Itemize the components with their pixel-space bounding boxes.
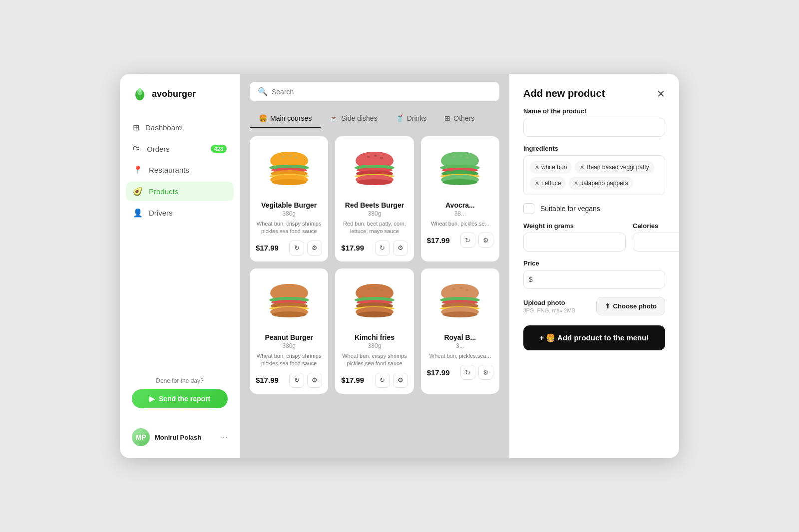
svg-point-39: [289, 287, 292, 289]
product-card: Peanut Burger 380g Wheat bun, crispy shr…: [250, 268, 328, 394]
svg-point-35: [442, 179, 477, 185]
tab-drinks[interactable]: 🥤 Drinks: [387, 109, 436, 128]
main-courses-icon: 🍔: [259, 114, 267, 122]
product-weight: 380g: [282, 342, 296, 349]
product-name: Peanut Burger: [265, 333, 313, 341]
product-actions: ↻ ⚙: [375, 373, 408, 388]
svg-point-62: [465, 289, 468, 291]
search-bar-wrap: 🔍: [240, 74, 509, 109]
ingredient-tag: ✕Lettuce: [530, 177, 566, 190]
svg-point-37: [271, 284, 307, 298]
product-refresh-button[interactable]: ↻: [375, 241, 390, 256]
vegan-row: Suitable for vegans: [523, 203, 665, 214]
svg-point-26: [442, 152, 478, 166]
product-desc: Wheat bun, crispy shrimps pickles,sea fo…: [341, 352, 407, 368]
weight-input[interactable]: [523, 233, 626, 252]
product-refresh-button[interactable]: ↻: [375, 373, 390, 388]
sidebar-item-label: Drivers: [149, 209, 173, 217]
product-desc: Wheat bun, crispy shrimps pickles,sea fo…: [256, 352, 322, 368]
product-card: Avocra... 38... Wheat bun, pickles,se...…: [421, 136, 499, 262]
product-weight: 3...: [456, 342, 464, 349]
sidebar-item-products[interactable]: 🥑 Products: [126, 182, 234, 201]
product-settings-button[interactable]: ⚙: [478, 365, 493, 380]
remove-ingredient-icon[interactable]: ✕: [574, 180, 578, 187]
user-name: Monirul Polash: [155, 434, 215, 441]
panel-header: Add new product ✕: [523, 88, 665, 99]
sidebar-item-drivers[interactable]: 👤 Drivers: [126, 203, 234, 223]
svg-point-24: [357, 179, 392, 185]
price-input[interactable]: [535, 270, 660, 288]
product-desc: Red bun, beet patty, corn, lettuce, mayo…: [341, 220, 407, 236]
ingredients-box[interactable]: ✕white bun✕Bean based veggi patty✕Lettuc…: [523, 155, 665, 195]
vegan-label: Suitable for vegans: [540, 205, 600, 213]
search-bar: 🔍: [250, 82, 499, 101]
product-refresh-button[interactable]: ↻: [289, 241, 304, 256]
product-settings-button[interactable]: ⚙: [307, 241, 322, 256]
send-report-label: Send the report: [159, 395, 210, 403]
product-footer: $17.99 ↻ ⚙: [256, 241, 322, 256]
remove-ingredient-icon[interactable]: ✕: [535, 180, 539, 187]
vegan-checkbox[interactable]: [523, 203, 534, 214]
main-content: 🔍 🍔 Main courses ☕ Side dishes 🥤 Drinks …: [240, 74, 509, 458]
product-price: $17.99: [427, 236, 450, 245]
product-footer: $17.99 ↻ ⚙: [341, 373, 407, 388]
tab-others[interactable]: ⊞ Others: [435, 109, 483, 128]
more-options-icon[interactable]: ⋯: [220, 433, 228, 442]
sidebar-item-label: Restaurants: [149, 166, 189, 174]
burger-svg: [350, 147, 400, 192]
sidebar-item-dashboard[interactable]: ⊞ Dashboard: [126, 118, 234, 137]
sidebar-item-orders[interactable]: 🛍 Orders 423: [126, 139, 234, 158]
product-image: [341, 274, 407, 329]
product-refresh-button[interactable]: ↻: [460, 365, 475, 380]
burger-svg: [350, 279, 400, 324]
svg-point-59: [442, 284, 478, 298]
product-refresh-button[interactable]: ↻: [289, 373, 304, 388]
tab-side-dishes[interactable]: ☕ Side dishes: [321, 109, 386, 128]
product-refresh-button[interactable]: ↻: [460, 233, 475, 248]
product-name-label: Name of the product: [523, 107, 665, 115]
burger-svg: [264, 279, 314, 324]
product-name: Avocra...: [445, 201, 475, 209]
product-image: [341, 142, 407, 197]
product-desc: Wheat bun, pickles,se...: [431, 220, 489, 228]
svg-point-16: [367, 156, 370, 158]
panel-title: Add new product: [523, 88, 605, 99]
product-price: $17.99: [341, 376, 364, 384]
product-name: Kimchi fries: [355, 333, 395, 341]
close-button[interactable]: ✕: [657, 89, 665, 99]
product-desc: Wheat bun, crispy shrimps pickles,sea fo…: [256, 220, 322, 236]
price-label: Price: [523, 260, 665, 267]
product-settings-button[interactable]: ⚙: [393, 373, 408, 388]
tab-main-courses[interactable]: 🍔 Main courses: [250, 109, 321, 128]
product-settings-button[interactable]: ⚙: [307, 373, 322, 388]
calories-input[interactable]: [633, 233, 679, 252]
dashboard-icon: ⊞: [133, 123, 139, 132]
search-input[interactable]: [272, 88, 491, 96]
svg-point-48: [357, 284, 393, 298]
ingredients-label: Ingredients: [523, 145, 665, 152]
product-weight: 380g: [282, 210, 296, 217]
drivers-icon: 👤: [133, 208, 143, 218]
svg-point-49: [367, 288, 370, 290]
product-settings-button[interactable]: ⚙: [393, 241, 408, 256]
drinks-icon: 🥤: [396, 114, 404, 122]
product-footer: $17.99 ↻ ⚙: [341, 241, 407, 256]
sidebar-item-restaurants[interactable]: 📍 Restaurants: [126, 160, 234, 180]
logo-icon: [132, 86, 148, 102]
add-product-button[interactable]: + 🍔 Add product to the menu!: [523, 325, 665, 350]
upload-left: Upload photo JPG, PNG, max 2MB: [523, 299, 575, 313]
remove-ingredient-icon[interactable]: ✕: [580, 164, 584, 171]
svg-point-18: [380, 157, 383, 159]
send-report-button[interactable]: ▶ Send the report: [132, 389, 228, 408]
product-name-input[interactable]: [523, 118, 665, 137]
svg-point-60: [452, 288, 455, 290]
choose-photo-button[interactable]: ⬆ Choose photo: [596, 297, 665, 315]
svg-point-50: [374, 287, 377, 289]
add-product-label: + 🍔 Add product to the menu!: [540, 333, 649, 342]
svg-point-46: [272, 311, 307, 317]
svg-point-28: [459, 155, 462, 157]
product-settings-button[interactable]: ⚙: [478, 233, 493, 248]
remove-ingredient-icon[interactable]: ✕: [535, 164, 539, 171]
weight-calories-row: Weight in grams Calories: [523, 222, 665, 252]
ingredient-name: Jalapeno pappers: [580, 180, 628, 187]
